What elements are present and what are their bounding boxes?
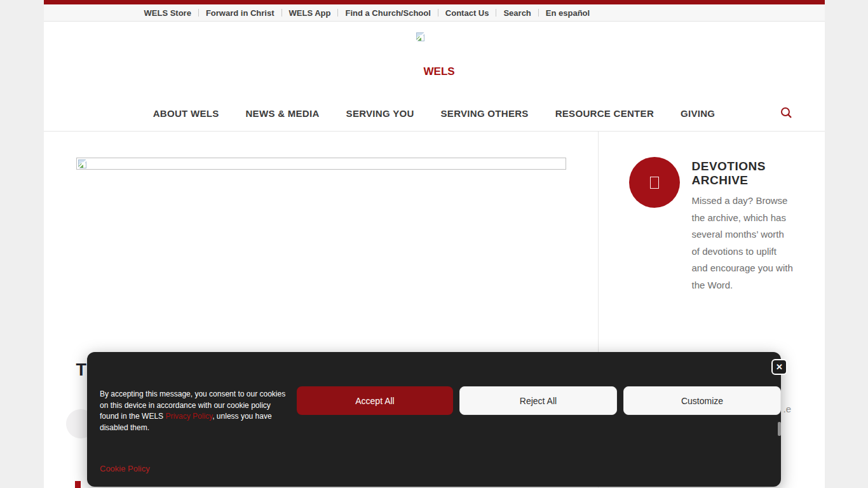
- nav-news-media[interactable]: NEWS & MEDIA: [245, 108, 319, 119]
- separator: [538, 9, 539, 17]
- accept-all-button[interactable]: Accept All: [297, 386, 453, 415]
- red-decoration-block: [75, 481, 81, 488]
- devotions-archive-icon[interactable]: [629, 157, 680, 208]
- logo-alt-text: WELS: [424, 65, 455, 78]
- site-logo[interactable]: WELS: [416, 32, 455, 78]
- devotion-title-fragment: T: [76, 360, 87, 380]
- cookie-button-row: Accept All Reject All Customize: [297, 386, 781, 415]
- close-icon[interactable]: ✕: [771, 359, 787, 375]
- cookie-consent-banner: ✕ By accepting this message, you consent…: [87, 352, 781, 487]
- separator: [496, 9, 496, 17]
- separator: [337, 9, 338, 17]
- broken-image-icon: [416, 33, 426, 44]
- utility-link-contact-us[interactable]: Contact Us: [445, 8, 489, 18]
- utility-link-en-espanol[interactable]: En español: [546, 8, 590, 18]
- customize-button[interactable]: Customize: [623, 386, 781, 415]
- separator: [198, 9, 199, 17]
- search-icon[interactable]: [780, 107, 792, 121]
- separator: [281, 9, 282, 17]
- utility-bar: WELS Store Forward in Christ WELS App Fi…: [44, 4, 825, 22]
- utility-link-find-church-school[interactable]: Find a Church/School: [345, 8, 430, 18]
- hidden-text-fragment: .e: [783, 403, 792, 414]
- main-nav: ABOUT WELS NEWS & MEDIA SERVING YOU SERV…: [44, 108, 825, 119]
- nav-resource-center[interactable]: RESOURCE CENTER: [555, 108, 654, 119]
- cookie-message: By accepting this message, you consent t…: [100, 389, 292, 433]
- missing-glyph-icon: [650, 177, 659, 189]
- sidebar-description: Missed a day? Browse the archive, which …: [692, 193, 794, 294]
- nav-serving-others[interactable]: SERVING OTHERS: [441, 108, 529, 119]
- devotion-broken-image: [76, 158, 566, 170]
- nav-giving[interactable]: GIVING: [681, 108, 715, 119]
- utility-link-forward-in-christ[interactable]: Forward in Christ: [206, 8, 275, 18]
- cookie-policy-link[interactable]: Cookie Policy: [100, 464, 150, 473]
- utility-link-search[interactable]: Search: [503, 8, 531, 18]
- privacy-policy-link[interactable]: Privacy Policy: [165, 412, 212, 421]
- nav-serving-you[interactable]: SERVING YOU: [346, 108, 414, 119]
- site-header: WELS ABOUT WELS NEWS & MEDIA SERVING YOU…: [44, 22, 825, 132]
- top-accent-bar: [44, 0, 825, 4]
- nav-about-wels[interactable]: ABOUT WELS: [153, 108, 219, 119]
- reject-all-button[interactable]: Reject All: [459, 386, 617, 415]
- utility-link-wels-app[interactable]: WELS App: [289, 8, 331, 18]
- sidebar-title: DEVOTIONS ARCHIVE: [692, 159, 784, 187]
- separator: [438, 9, 438, 17]
- utility-link-wels-store[interactable]: WELS Store: [144, 8, 191, 18]
- dialog-scrollbar-thumb[interactable]: [778, 422, 781, 436]
